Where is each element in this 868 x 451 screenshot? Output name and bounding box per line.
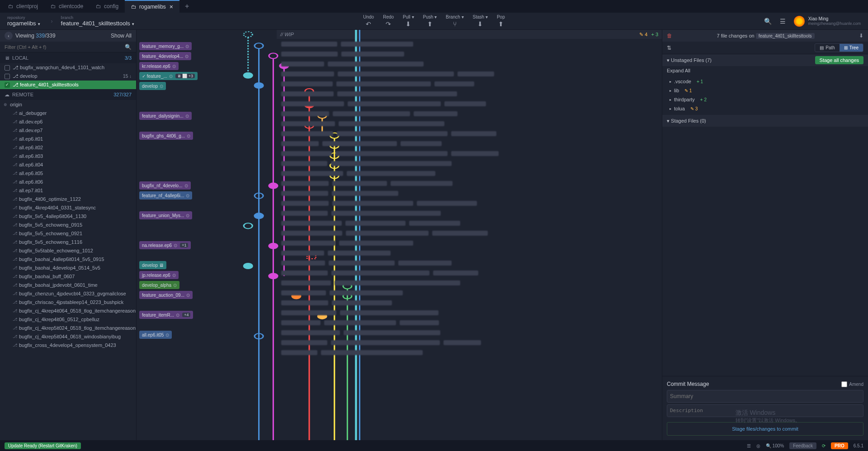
commit-row[interactable] <box>281 308 657 318</box>
graph-branch-label[interactable]: feature_auction_09... ⊙ <box>139 291 193 299</box>
commit-row[interactable] <box>281 298 657 308</box>
remote-section[interactable]: ☁REMOTE 327/327 <box>0 89 136 100</box>
commit-row[interactable] <box>281 79 657 89</box>
tab-config[interactable]: 🗀config <box>90 0 125 13</box>
commit-row[interactable] <box>281 99 657 109</box>
commit-row[interactable] <box>281 318 657 328</box>
show-all-link[interactable]: Show All <box>111 33 132 39</box>
graph-branch-label[interactable]: feature_memory_g... ⊙ <box>139 42 192 50</box>
stage-all-button[interactable]: Stage all changes <box>815 56 863 64</box>
remote-branch[interactable]: ⎇all.ep7.it01 <box>0 186 136 195</box>
unstaged-file-lib[interactable]: ▸lib✎ 1 <box>662 86 868 95</box>
graph-branch-label[interactable]: feature_itemR... ⊙ +4 <box>139 311 193 319</box>
remote-branch[interactable]: ⎇bugfix_cross_4develop4_opensystem_0423 <box>0 341 136 349</box>
user-menu[interactable]: Xiao Ming meingzhewang@huanle.com <box>794 16 861 27</box>
commit-row[interactable] <box>281 347 657 357</box>
graph-branch-label[interactable]: feature_union_Mys... ⊙ <box>139 211 192 219</box>
close-icon[interactable]: × <box>170 3 173 10</box>
remote-branch[interactable]: ⎇bugfix_5v5table_echoweng_1012 <box>0 246 136 255</box>
path-toggle[interactable]: ▤Path <box>815 44 840 52</box>
commit-row[interactable] <box>281 278 657 288</box>
graph-branch-label[interactable]: jp.release.ep6 ⊙ <box>139 271 179 279</box>
commit-row[interactable] <box>281 258 657 268</box>
pull-button[interactable]: Pull ▾⬇ <box>403 14 414 28</box>
graph-branch-label[interactable]: kr.release.ep6 ⊙ <box>139 62 179 70</box>
graph-branch-label[interactable]: develop_alpha ⊙ <box>139 281 179 289</box>
remote-branch[interactable]: ⎇all.ep6.it04 <box>0 160 136 169</box>
undo-button[interactable]: Undo↶ <box>363 14 374 28</box>
commit-row[interactable] <box>281 188 657 198</box>
commit-row[interactable] <box>281 268 657 278</box>
zoom[interactable]: 🔍 100% <box>766 443 784 448</box>
push-button[interactable]: Push ▾⬆ <box>423 14 437 28</box>
commit-row[interactable] <box>281 337 657 347</box>
commit-description-input[interactable] <box>667 404 863 417</box>
commit-row[interactable] <box>281 328 657 337</box>
remote-branch[interactable]: ⎇all.ep6.it03 <box>0 152 136 160</box>
commit-row[interactable] <box>281 288 657 298</box>
commit-row[interactable] <box>281 119 657 128</box>
commit-graph[interactable]: // WIP ✎ 4 + 3 <box>137 30 662 440</box>
remote-branch[interactable]: ⎇bugfix_4krep4it04_0331_statesync <box>0 203 136 212</box>
commit-summary-input[interactable] <box>667 390 863 403</box>
remote-branch[interactable]: ⎇bugfix_4it06_optimize_1122 <box>0 195 136 203</box>
update-ready[interactable]: Update Ready (Restart GitKraken) <box>5 442 81 449</box>
graph-branch-label[interactable]: feature_nf_4allep6i... ⊙ <box>139 191 192 199</box>
feedback-button[interactable]: Feedback <box>789 442 816 449</box>
graph-branch-label[interactable]: all.ep6.it05 ⊙ <box>139 331 172 339</box>
commit-row[interactable] <box>281 128 657 138</box>
remote-branch[interactable]: ⎇bugfix_5v5_echoweng_0915 <box>0 220 136 229</box>
remote-branch[interactable]: ⎇bugfix_5v5_echoweng_0921 <box>0 229 136 237</box>
search-icon[interactable]: 🔍 <box>764 18 772 25</box>
commit-row[interactable] <box>281 248 657 258</box>
commit-row[interactable] <box>281 138 657 148</box>
graph-branch-label[interactable]: ✓ feature_... ⊙ 🖥 ⬜ +3 <box>139 72 198 80</box>
remote-branch[interactable]: ⎇all.ep6.it06 <box>0 177 136 186</box>
sort-icon[interactable]: ⇅ <box>667 45 671 51</box>
commit-row[interactable] <box>281 218 657 228</box>
remote-branch[interactable]: ⎇bugfix_cj_4krep5it044_0618_windosbianyi… <box>0 332 136 341</box>
commit-row[interactable] <box>281 89 657 99</box>
commit-row[interactable] <box>281 158 657 168</box>
branch-crumb[interactable]: branch feature_4it01_skilltesttools▾ <box>61 15 134 27</box>
menu-icon[interactable]: ☰ <box>780 18 786 25</box>
commit-row[interactable] <box>281 148 657 158</box>
tree-toggle[interactable]: ⊞Tree <box>840 44 863 52</box>
filter-input[interactable] <box>5 44 125 50</box>
remote-branch[interactable]: ⎇bugfix_baohai_4develop4_0514_5v5 <box>0 263 136 272</box>
graph-branch-label[interactable]: bugfix_nf_4develo... ⊙ <box>139 181 191 190</box>
commit-action[interactable]: Stage files/changes to commit <box>667 422 863 436</box>
remote-branch[interactable]: ⎇bugfix_chenzun_4jpdevcbt4_0323_gvgmailc… <box>0 289 136 298</box>
unstaged-file-.vscode[interactable]: ▸.vscode+ 1 <box>662 77 868 86</box>
commit-row[interactable] <box>281 198 657 208</box>
search-icon[interactable]: 🔍 <box>125 44 132 50</box>
commit-row[interactable] <box>281 208 657 218</box>
remote-branch[interactable]: ⎇all.dev.ep7 <box>0 126 136 134</box>
local-section[interactable]: 🖥LOCAL 3/3 <box>0 52 136 63</box>
commit-row[interactable] <box>281 109 657 119</box>
graph-branch-label[interactable]: develop 🖥 <box>139 261 166 269</box>
remote-branch[interactable]: ⎇all.dev.ep6 <box>0 117 136 126</box>
graph-branch-label[interactable]: feature_dailysignin... ⊙ <box>139 112 192 120</box>
remote-branch[interactable]: ⎇bugfix_baohai_buff_0607 <box>0 272 136 280</box>
tab-clientcode[interactable]: 🗀clientcode <box>44 0 90 13</box>
target-icon[interactable]: ◎ <box>756 443 760 448</box>
remote-branch[interactable]: ⎇bugfix_5v5_echoweng_1116 <box>0 237 136 246</box>
tab-clientproj[interactable]: 🗀clientproj <box>2 0 44 13</box>
graph-branch-label[interactable]: develop ⊙ <box>139 82 166 90</box>
remote-branch[interactable]: ⎇bugfix_cj_4krep4it064_0518_tlog_itemcha… <box>0 306 136 315</box>
commit-row[interactable] <box>281 39 657 49</box>
add-tab-button[interactable]: + <box>179 2 194 10</box>
repo-crumb[interactable]: repository rogamelibs▾ <box>7 15 40 27</box>
stash-button[interactable]: Stash ▾⬇ <box>473 14 488 28</box>
remote-branch[interactable]: ⎇bugfix_baohai_jpdevobt_0601_time <box>0 280 136 289</box>
graph-branch-label[interactable]: bugfix_ghs_4it06_g... ⊙ <box>139 132 193 140</box>
remote-branch[interactable]: ⎇all.ep6.it01 <box>0 134 136 143</box>
amend-checkbox[interactable]: Amend <box>841 381 863 387</box>
commit-row[interactable] <box>281 228 657 238</box>
remote-branch[interactable]: ⎇ai_debugger <box>0 109 136 117</box>
local-branch-develop[interactable]: ⎇ develop15 ↓ <box>0 72 136 81</box>
graph-branch-label[interactable]: na.release.ep6 ⊙ +1 <box>139 241 191 249</box>
commit-row[interactable] <box>281 238 657 248</box>
branch-button[interactable]: Branch ▾⑂ <box>446 14 463 28</box>
